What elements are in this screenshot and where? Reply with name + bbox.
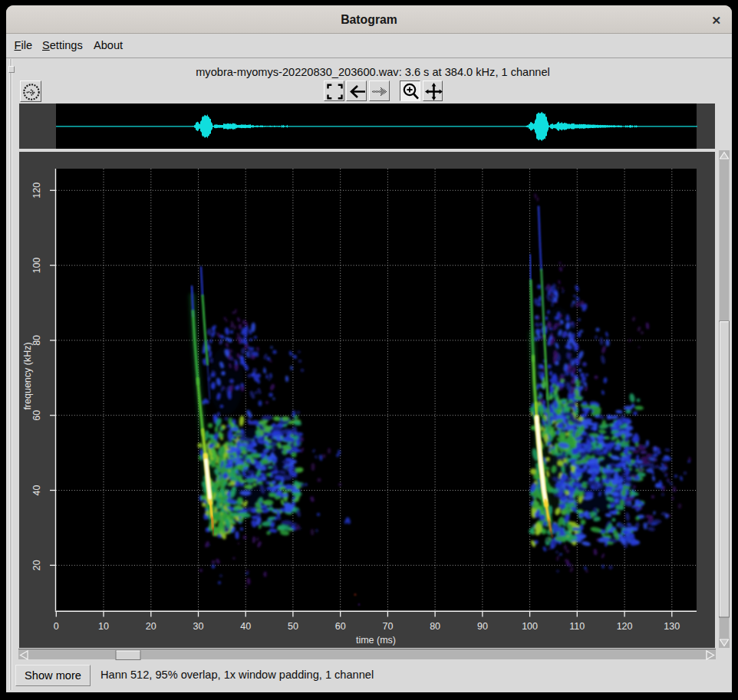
svg-text:100: 100 bbox=[31, 257, 42, 273]
svg-text:10: 10 bbox=[98, 620, 109, 631]
svg-text:frequency (kHz): frequency (kHz) bbox=[22, 342, 33, 409]
svg-text:0: 0 bbox=[54, 620, 59, 631]
svg-text:30: 30 bbox=[193, 620, 204, 631]
svg-text:50: 50 bbox=[288, 620, 298, 631]
svg-text:90: 90 bbox=[477, 620, 488, 631]
svg-text:130: 130 bbox=[664, 620, 680, 631]
svg-text:20: 20 bbox=[146, 620, 156, 631]
svg-text:120: 120 bbox=[31, 182, 42, 198]
svg-text:100: 100 bbox=[522, 620, 538, 631]
svg-text:40: 40 bbox=[31, 485, 42, 495]
svg-text:60: 60 bbox=[335, 620, 346, 631]
svg-text:20: 20 bbox=[31, 560, 42, 570]
svg-text:80: 80 bbox=[31, 334, 42, 345]
svg-text:120: 120 bbox=[617, 620, 633, 631]
svg-text:70: 70 bbox=[382, 620, 393, 631]
svg-text:40: 40 bbox=[240, 620, 251, 631]
svg-text:110: 110 bbox=[569, 620, 585, 631]
svg-text:80: 80 bbox=[430, 620, 440, 631]
svg-text:60: 60 bbox=[31, 409, 42, 420]
svg-text:time (ms): time (ms) bbox=[356, 635, 396, 646]
